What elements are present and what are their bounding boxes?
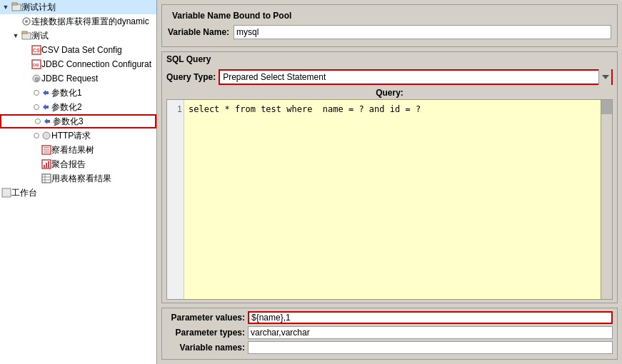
var-name-input[interactable] [234, 25, 611, 39]
var-name-section-title: Variable Name Bound to Pool [168, 9, 611, 22]
svg-text:CSV: CSV [33, 48, 41, 53]
tree-item-http[interactable]: HTTP请求 [0, 128, 156, 143]
tree-item-workbench[interactable]: 工作台 [0, 186, 156, 200]
table-view-label: 用表格察看结果 [51, 173, 111, 185]
agg-report-label: 聚合报告 [51, 158, 86, 171]
jdbc-request-label: JDBC Request [41, 74, 98, 84]
query-type-dropdown-btn[interactable] [598, 69, 611, 85]
tree-item-param1[interactable]: 参数化1 [0, 86, 156, 100]
svg-rect-25 [2, 188, 11, 197]
query-area: Query: 1 select * from test where name =… [162, 88, 617, 303]
svg-point-12 [43, 132, 50, 139]
jdbc-config-label: JDBC Connection Configurat [41, 59, 151, 69]
query-type-select-wrapper[interactable]: Prepared Select Statement [219, 69, 613, 85]
var-name-section: Variable Name Bound to Pool Variable Nam… [161, 4, 618, 47]
var-name-label: Variable Name: [168, 27, 229, 37]
workbench-label: 工作台 [11, 187, 37, 199]
http-label: HTTP请求 [51, 130, 91, 142]
view-tree-icon [41, 145, 51, 155]
test-icon [21, 31, 31, 41]
http-icon [41, 131, 51, 141]
query-type-label: Query Type: [166, 72, 216, 82]
tree-item-test-plan[interactable]: ▼ 测试计划 [0, 0, 156, 14]
tree-item-csv[interactable]: CSV CSV Data Set Config [0, 43, 156, 57]
csv-label: CSV Data Set Config [41, 45, 122, 55]
test-plan-label: 测试计划 [21, 1, 56, 14]
param-values-label: Parameter values: [166, 313, 245, 323]
line-numbers: 1 [167, 100, 184, 299]
param2-icon [41, 102, 51, 112]
expand-icon-test: ▼ [11, 31, 20, 40]
svg-point-3 [25, 20, 28, 23]
variable-names-row: Variable names: [166, 341, 613, 354]
http-connector [31, 131, 41, 141]
param2-connector [31, 102, 41, 112]
svg-rect-1 [12, 3, 17, 5]
param-values-input[interactable] [248, 311, 613, 324]
param-types-row: Parameter types: [166, 326, 613, 339]
svg-text:DB: DB [33, 63, 39, 67]
test-label: 测试 [31, 30, 49, 42]
jdbc-config-icon: DB [31, 59, 41, 69]
svg-rect-19 [46, 163, 47, 168]
query-type-row: Query Type: Prepared Select Statement [162, 66, 617, 88]
param3-icon [43, 116, 53, 126]
csv-icon: CSV [31, 45, 41, 55]
param2-label: 参数化2 [51, 101, 82, 113]
svg-rect-20 [48, 161, 49, 168]
bottom-fields: Parameter values: Parameter types: Varia… [161, 308, 618, 360]
svg-rect-18 [44, 165, 45, 168]
query-text[interactable]: select * from test where name = ? and id… [184, 100, 601, 299]
agg-report-icon [41, 159, 51, 169]
param1-label: 参数化1 [51, 87, 82, 99]
tree-item-param2[interactable]: 参数化2 [0, 100, 156, 114]
jdbc-request-icon: ⚙ [31, 74, 41, 84]
tree-item-test[interactable]: ▼ 测试 [0, 29, 156, 43]
tree-panel: ▼ 测试计划 连接数据库获得重置的dynamic ▼ 测试 CS [0, 0, 157, 364]
query-type-value: Prepared Select Statement [220, 71, 598, 83]
var-name-row: Variable Name: [168, 25, 611, 39]
sql-section-title: SQL Query [162, 52, 617, 66]
right-panel: Variable Name Bound to Pool Variable Nam… [157, 0, 622, 364]
svg-text:⚙: ⚙ [34, 76, 39, 83]
tree-item-param3[interactable]: 参数化3 [0, 114, 156, 128]
tree-item-jdbc-request[interactable]: ⚙ JDBC Request [0, 71, 156, 86]
sql-query-section: SQL Query Query Type: Prepared Select St… [161, 51, 618, 303]
param-types-label: Parameter types: [166, 328, 245, 338]
test-plan-icon [11, 2, 21, 12]
param1-icon [41, 88, 51, 98]
param-values-row: Parameter values: [166, 311, 613, 324]
param3-label: 参数化3 [53, 116, 84, 128]
param3-connector [33, 116, 43, 126]
scrollbar-thumb [601, 100, 612, 114]
workbench-icon [1, 188, 11, 198]
svg-rect-21 [42, 174, 51, 183]
variable-names-label: Variable names: [166, 343, 245, 353]
tree-item-view-tree[interactable]: 察看结果树 [0, 143, 156, 157]
query-scrollbar[interactable] [601, 100, 612, 299]
query-editor[interactable]: 1 select * from test where name = ? and … [166, 99, 613, 300]
tree-item-table-view[interactable]: 用表格察看结果 [0, 171, 156, 186]
expand-icon-test-plan: ▼ [1, 3, 10, 11]
view-tree-label: 察看结果树 [51, 144, 94, 156]
db-connect-label: 连接数据库获得重置的dynamic [31, 16, 149, 28]
tree-item-db-connect[interactable]: 连接数据库获得重置的dynamic [0, 14, 156, 29]
param1-connector [31, 88, 41, 98]
variable-names-input[interactable] [248, 341, 613, 354]
db-connect-icon [21, 16, 31, 26]
query-label: Query: [166, 88, 613, 98]
param-types-input[interactable] [248, 326, 613, 339]
table-view-icon [41, 173, 51, 183]
tree-item-jdbc-config[interactable]: DB JDBC Connection Configurat [0, 57, 156, 71]
svg-rect-5 [22, 31, 27, 34]
tree-item-agg-report[interactable]: 聚合报告 [0, 157, 156, 171]
